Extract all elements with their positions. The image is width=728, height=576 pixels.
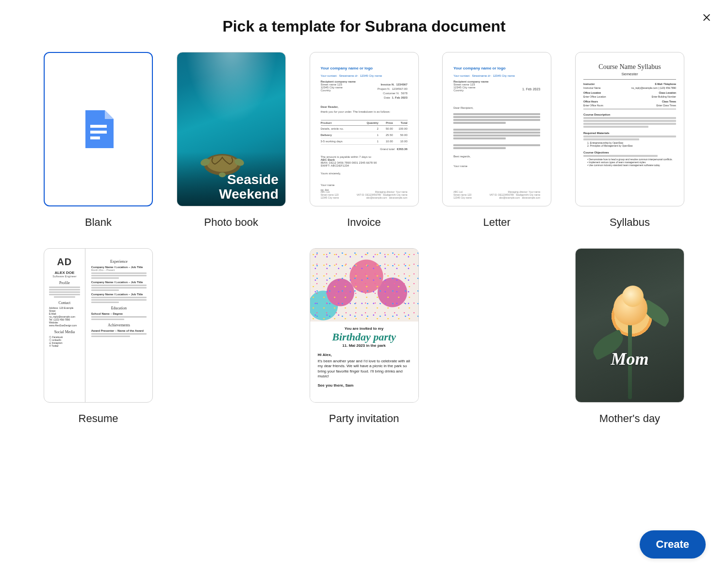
party-photo: [310, 249, 418, 322]
photobook-line1: Seaside: [219, 172, 278, 186]
template-card-mothers-day[interactable]: Mom: [575, 248, 684, 403]
template-label: Syllabus: [610, 216, 650, 229]
template-resume: AD ALEX DOE Software Engineer Profile Co…: [44, 248, 153, 425]
template-grid: Blank Seaside Weekend Photo book Y: [44, 52, 684, 425]
template-mothers-day: Mom Mother's day: [575, 248, 684, 425]
template-card-photo-book[interactable]: Seaside Weekend: [177, 52, 286, 206]
template-photo-book: Seaside Weekend Photo book: [177, 52, 286, 229]
template-card-resume[interactable]: AD ALEX DOE Software Engineer Profile Co…: [44, 248, 153, 403]
svg-rect-0: [90, 125, 107, 128]
template-syllabus: Course Name Syllabus Semester Instructor…: [575, 52, 684, 229]
template-label: Resume: [79, 412, 118, 425]
template-card-letter[interactable]: Your company name or logo Your contact ·…: [442, 52, 551, 206]
mothers-day-text: Mom: [576, 349, 684, 369]
modal-title: Pick a template for Subrana document: [44, 17, 684, 35]
svg-rect-2: [90, 136, 100, 139]
template-party-invitation: You are invited to my Birthday party 11.…: [310, 248, 419, 425]
template-label: Letter: [483, 216, 511, 229]
photobook-line2: Weekend: [219, 187, 278, 201]
svg-rect-1: [90, 131, 107, 134]
create-button[interactable]: Create: [640, 530, 706, 559]
invoice-sender-line: Your contact · Streetname dr · 12345 Cit…: [321, 74, 408, 77]
template-blank: Blank: [44, 52, 153, 229]
close-button[interactable]: [699, 10, 714, 25]
invoice-company-header: Your company name or logo: [321, 66, 408, 70]
template-label: Photo book: [204, 216, 258, 229]
template-label: Invoice: [347, 216, 381, 229]
template-card-party-invitation[interactable]: You are invited to my Birthday party 11.…: [310, 248, 419, 403]
template-invoice: Your company name or logo Your contact ·…: [310, 52, 419, 229]
template-card-invoice[interactable]: Your company name or logo Your contact ·…: [310, 52, 419, 206]
template-label: Party invitation: [329, 412, 399, 425]
template-letter: Your company name or logo Your contact ·…: [442, 52, 551, 229]
template-label: Blank: [85, 216, 112, 229]
template-card-blank[interactable]: [44, 52, 153, 206]
template-label: Mother's day: [599, 412, 660, 425]
template-card-syllabus[interactable]: Course Name Syllabus Semester Instructor…: [575, 52, 684, 206]
close-icon: [702, 13, 711, 22]
document-icon: [83, 110, 114, 148]
